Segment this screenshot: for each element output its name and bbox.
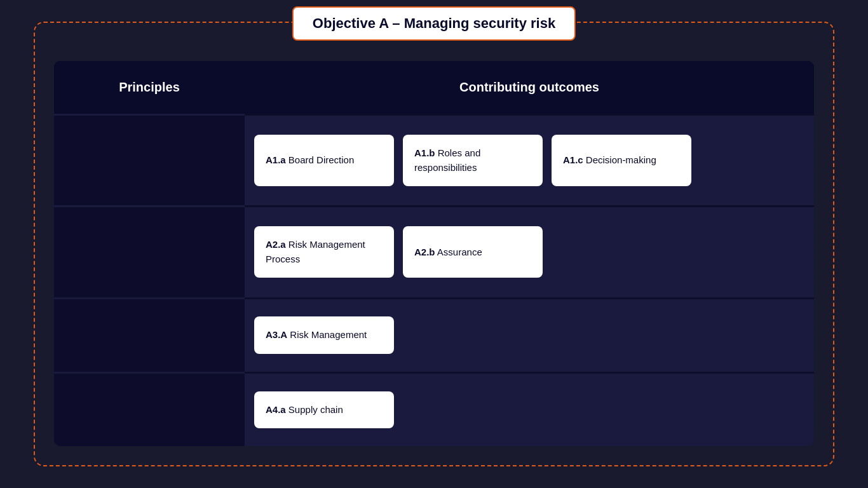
principle-cell xyxy=(54,372,245,446)
table-row: A3.A Risk Management xyxy=(54,297,814,372)
outcome-code-A3A: A3.A xyxy=(266,329,287,340)
outcome-card-A2b[interactable]: A2.b Assurance xyxy=(403,226,543,278)
outcomes-cell: A4.a Supply chain xyxy=(245,372,814,446)
table-row: A1.a Board DirectionA1.b Roles and respo… xyxy=(54,114,814,205)
outcome-card-A4a[interactable]: A4.a Supply chain xyxy=(254,391,394,429)
outcome-code-A1c: A1.c xyxy=(563,154,583,165)
outcome-text-A2b: A2.b Assurance xyxy=(414,245,482,260)
outcome-card-A1c[interactable]: A1.c Decision-making xyxy=(552,135,691,186)
objective-title-text: Objective A – Managing security risk xyxy=(313,15,555,31)
outcome-text-A2a: A2.a Risk Management Process xyxy=(266,238,383,266)
outcome-text-A1a: A1.a Board Direction xyxy=(266,153,354,168)
outcome-card-A1b[interactable]: A1.b Roles and responsibilities xyxy=(403,135,543,186)
main-container: Objective A – Managing security risk Pri… xyxy=(34,22,834,466)
framework-table: Principles Contributing outcomes A1.a Bo… xyxy=(54,61,814,446)
outcome-text-A1b: A1.b Roles and responsibilities xyxy=(414,146,531,175)
outcome-text-A3A: A3.A Risk Management xyxy=(266,328,367,342)
outcomes-inner: A4.a Supply chain xyxy=(254,391,804,429)
outcomes-header: Contributing outcomes xyxy=(245,61,814,114)
table-header-row: Principles Contributing outcomes xyxy=(54,61,814,114)
principle-cell xyxy=(54,205,245,297)
principle-cell xyxy=(54,114,245,205)
outcome-code-A4a: A4.a xyxy=(266,404,286,415)
objective-title-box: Objective A – Managing security risk xyxy=(292,6,576,41)
outcome-text-A1c: A1.c Decision-making xyxy=(563,153,656,168)
outcomes-inner: A2.a Risk Management ProcessA2.b Assuran… xyxy=(254,226,804,278)
outcomes-inner: A3.A Risk Management xyxy=(254,316,804,354)
table-row: A2.a Risk Management ProcessA2.b Assuran… xyxy=(54,205,814,297)
outcome-code-A2b: A2.b xyxy=(414,247,435,257)
principles-header: Principles xyxy=(54,61,245,114)
outcomes-cell: A2.a Risk Management ProcessA2.b Assuran… xyxy=(245,205,814,297)
outcome-code-A1b: A1.b xyxy=(414,147,435,158)
outcome-card-A3A[interactable]: A3.A Risk Management xyxy=(254,316,394,354)
outcome-card-A2a[interactable]: A2.a Risk Management Process xyxy=(254,226,394,278)
table-row: A4.a Supply chain xyxy=(54,372,814,446)
outcome-card-A1a[interactable]: A1.a Board Direction xyxy=(254,135,394,186)
outcome-text-A4a: A4.a Supply chain xyxy=(266,403,343,417)
outcomes-cell: A3.A Risk Management xyxy=(245,297,814,372)
outcomes-inner: A1.a Board DirectionA1.b Roles and respo… xyxy=(254,135,804,186)
principle-cell xyxy=(54,297,245,372)
outcome-code-A1a: A1.a xyxy=(266,154,286,165)
outcome-code-A2a: A2.a xyxy=(266,239,286,250)
outcomes-cell: A1.a Board DirectionA1.b Roles and respo… xyxy=(245,114,814,205)
